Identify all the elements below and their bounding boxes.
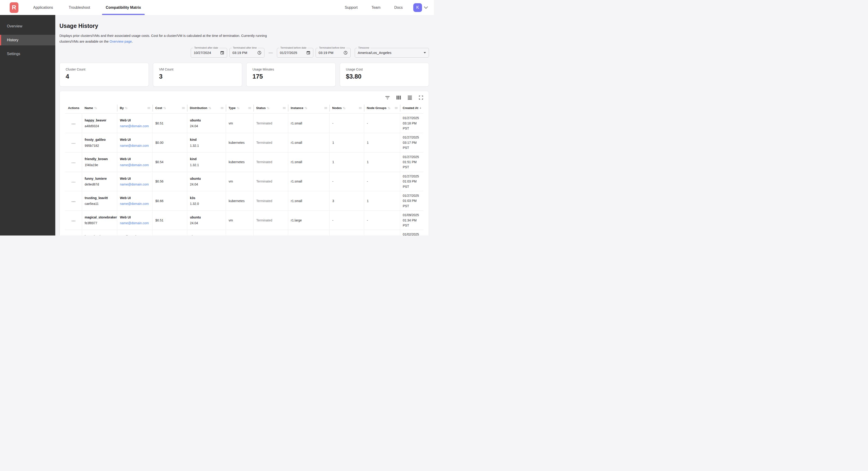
column-menu-icon[interactable] [221,107,223,109]
column-header-distribution[interactable]: Distribution [187,102,226,114]
description-line1: Displays prior clusters/VMs and their as… [59,34,267,37]
sidebar: Overview History Settings [0,15,55,235]
calendar-icon[interactable] [306,51,310,55]
tab-applications[interactable]: Applications [25,0,61,15]
stat-value: $3.80 [346,73,423,80]
row-actions-icon[interactable] [72,123,75,124]
main-content: Usage History Displays prior clusters/VM… [55,15,434,235]
column-header-status[interactable]: Status [253,102,288,114]
sidebar-item-overview[interactable]: Overview [0,21,55,32]
column-menu-icon[interactable] [283,107,286,109]
row-actions-icon[interactable] [72,220,75,222]
cost-cell: $0.51 [153,211,187,230]
column-header-cost[interactable]: Cost [153,102,187,114]
stat-card-cluster-count: Cluster Count 4 [59,63,149,87]
density-icon[interactable] [408,96,412,100]
stat-value: 3 [159,73,236,80]
terminated-before-date-value: 01/27/2025 [280,51,297,55]
cluster-id: a48d9324 [85,124,115,128]
column-menu-icon[interactable] [359,107,362,109]
column-menu-icon[interactable] [148,107,150,109]
column-header-name[interactable]: Name [82,102,117,114]
terminated-before-date-field[interactable]: Terminated before date 01/27/2025 [277,48,313,58]
creator-email-link[interactable]: name@domain.com [120,124,149,128]
distribution: ubuntu [190,177,224,181]
terminated-after-time-field[interactable]: Terminated after time 03:19 PM [229,48,265,58]
creator-email-link[interactable]: name@domain.com [120,144,149,147]
timezone-value: America/Los_Angeles [358,51,392,55]
nav-link-docs[interactable]: Docs [388,5,410,10]
clock-icon[interactable] [343,51,348,55]
column-header-type[interactable]: Type [226,102,253,114]
row-actions-icon[interactable] [72,201,75,202]
stat-label: Usage Cost [346,67,423,71]
node-groups-cell: 1 [364,191,400,210]
column-header-instance[interactable]: Instance [288,102,330,114]
app-root: R Applications Troubleshoot Compatibilit… [0,0,434,235]
terminated-after-date-field[interactable]: Terminated after date 10/27/2024 [191,48,227,58]
type-cell: kubernetes [226,133,253,152]
cluster-name: trusting_leavitt [85,196,115,200]
filter-icon[interactable] [385,95,390,100]
terminated-before-time-field[interactable]: Terminated before time 03:19 PM [316,48,351,58]
nodes-cell: - [330,114,364,133]
created-time: 01:03 PM PST [403,199,417,208]
node-groups-cell: 1 [364,133,400,152]
nav-link-support[interactable]: Support [338,5,365,10]
overview-page-link[interactable]: Overview page [110,40,132,43]
column-header-nodes[interactable]: Nodes [330,102,364,114]
creator-email-link[interactable]: name@domain.com [120,202,149,206]
column-menu-icon[interactable] [248,107,251,109]
cluster-name: friendly_brown [85,157,115,161]
creator-email-link[interactable]: name@domain.com [120,221,149,225]
tab-compatibility-matrix[interactable]: Compatibility Matrix [98,0,149,15]
column-menu-icon[interactable] [182,107,185,109]
created-date: 01/27/2025 [403,116,419,120]
stat-card-vm-count: VM Count 3 [153,63,242,87]
clock-icon[interactable] [257,51,261,55]
sidebar-item-history[interactable]: History [0,35,55,46]
avatar-initial: K [416,5,419,10]
date-range-separator: — [267,50,275,55]
creator-email-link[interactable]: name@domain.com [120,163,149,167]
stat-cards: Cluster Count 4 VM Count 3 Usage Minutes… [59,63,429,87]
stat-value: 4 [66,73,143,80]
columns-icon[interactable] [397,96,401,99]
row-actions-icon[interactable] [72,182,75,183]
column-menu-icon[interactable] [324,107,327,109]
creator-email-link[interactable]: name@domain.com [120,182,149,186]
nav-link-team[interactable]: Team [365,5,387,10]
nodes-cell: 1 [330,133,364,152]
distribution-version: 1.32.0 [190,202,224,206]
logo-letter: R [12,4,17,11]
table-row: funny_lumierede9ed87d Web UIname@domain.… [65,172,423,191]
fullscreen-icon[interactable] [419,95,423,100]
column-header-created-at[interactable]: Created At [400,102,423,114]
cost-cell: $0.56 [153,172,187,191]
table-header-row: Actions Name By Cost Distribution Type S… [65,102,423,114]
instance-cell: r1.small [288,172,330,191]
user-avatar[interactable]: K [413,3,422,12]
column-header-actions: Actions [65,102,82,114]
created-date: 01/27/2025 [403,155,419,159]
status-cell: Terminated [253,191,288,210]
replicated-logo[interactable]: R [10,2,19,13]
calendar-icon[interactable] [220,51,224,55]
dropdown-arrow-icon[interactable] [424,52,426,54]
column-header-by[interactable]: By [117,102,153,114]
timezone-select[interactable]: Timezone America/Los_Angeles [355,48,429,58]
table-row: magical_stonebrakerfe3f8977 Web UIname@d… [65,211,423,230]
chevron-down-icon[interactable] [424,6,428,9]
created-time: 01:03 PM PST [403,179,417,188]
row-actions-icon[interactable] [72,143,75,144]
tab-troubleshoot[interactable]: Troubleshoot [61,0,98,15]
sidebar-item-settings[interactable]: Settings [0,49,55,59]
created-time: 03:17 PM PST [403,141,417,150]
column-menu-icon[interactable] [395,107,398,109]
sort-icon [343,107,345,110]
top-navbar: R Applications Troubleshoot Compatibilit… [0,0,434,15]
row-actions-icon[interactable] [72,163,75,164]
created-by: Web UI [120,138,151,142]
column-header-node-groups[interactable]: Node Groups [364,102,400,114]
node-groups-cell: 1 [364,152,400,172]
